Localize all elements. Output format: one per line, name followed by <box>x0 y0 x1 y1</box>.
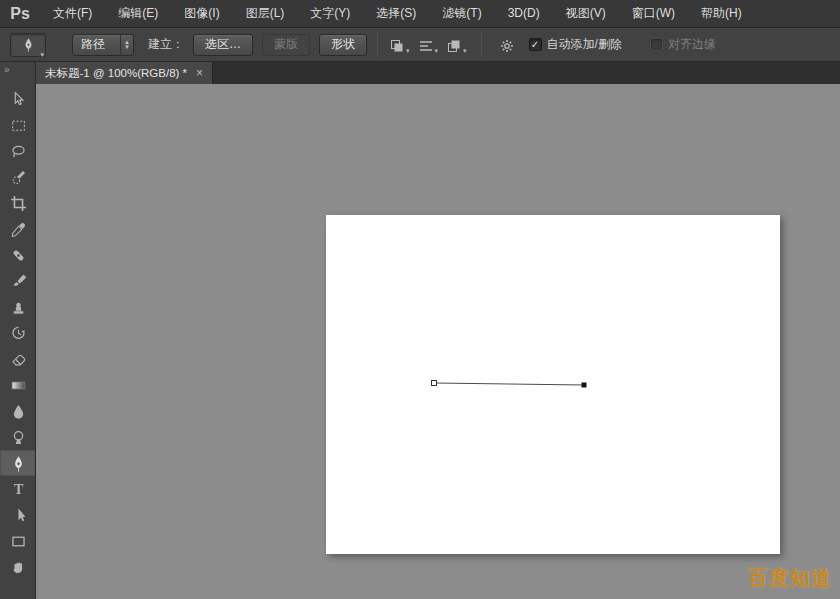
brush-icon <box>10 273 27 290</box>
path-anchor-hollow[interactable] <box>432 381 437 386</box>
auto-add-delete-checkbox[interactable]: ✓ <box>529 38 542 51</box>
make-selection-button[interactable]: 选区… <box>193 34 253 56</box>
make-label: 建立： <box>148 36 184 53</box>
eyedropper-icon <box>10 221 27 238</box>
quick-selection-icon <box>10 169 27 186</box>
canvas[interactable] <box>326 215 780 554</box>
tools-panel-collapse[interactable]: » <box>0 62 35 78</box>
separator <box>481 33 482 57</box>
pen-path-overlay <box>326 215 780 554</box>
menu-3d[interactable]: 3D(D) <box>495 0 553 27</box>
blur-tool[interactable] <box>0 398 36 424</box>
menu-file[interactable]: 文件(F) <box>40 0 105 27</box>
clone-stamp-icon <box>10 299 27 316</box>
spot-healing-brush-tool[interactable] <box>0 242 36 268</box>
tool-mode-value: 路径 <box>73 36 120 53</box>
menu-layer[interactable]: 图层(L) <box>233 0 298 27</box>
pen-tool-icon <box>21 37 36 52</box>
pen-options-gear-button[interactable] <box>495 34 519 56</box>
pasteboard: 百度知道 <box>36 84 840 599</box>
align-edges-checkbox[interactable] <box>650 38 663 51</box>
menu-bar: Ps 文件(F) 编辑(E) 图像(I) 图层(L) 文字(Y) 选择(S) 滤… <box>0 0 840 28</box>
eraser-tool[interactable] <box>0 346 36 372</box>
auto-add-delete-group: ✓ 自动添加/删除 <box>529 36 622 53</box>
make-shape-button[interactable]: 形状 <box>319 34 367 56</box>
lasso-tool[interactable] <box>0 138 36 164</box>
hand-tool[interactable] <box>0 554 36 580</box>
document-tab-title: 未标题-1 @ 100%(RGB/8) * <box>45 66 187 81</box>
menu-view[interactable]: 视图(V) <box>553 0 619 27</box>
menu-help[interactable]: 帮助(H) <box>688 0 755 27</box>
dodge-icon <box>10 429 27 446</box>
caret-down-icon: ▾ <box>406 46 410 56</box>
move-tool[interactable] <box>0 86 36 112</box>
dropdown-spinner-icon: ▲▼ <box>120 35 133 55</box>
gear-icon <box>499 38 515 54</box>
history-brush-tool[interactable] <box>0 320 36 346</box>
pen-tool[interactable] <box>0 450 36 476</box>
check-icon: ✓ <box>531 40 539 50</box>
path-operations-icon <box>389 38 405 54</box>
align-edges-label: 对齐边缘 <box>668 36 716 53</box>
tool-mode-dropdown[interactable]: 路径 ▲▼ <box>72 34 134 56</box>
gradient-icon <box>10 377 27 394</box>
tool-options-bar: ▾ 路径 ▲▼ 建立： 选区… 蒙版 形状 ▾ ▾ ▾ ✓ <box>0 28 840 62</box>
spot-healing-brush-icon <box>10 247 27 264</box>
type-tool[interactable] <box>0 476 36 502</box>
caret-down-icon: ▾ <box>40 51 44 58</box>
menu-bar-items: 文件(F) 编辑(E) 图像(I) 图层(L) 文字(Y) 选择(S) 滤镜(T… <box>40 0 755 27</box>
quick-selection-tool[interactable] <box>0 164 36 190</box>
menu-image[interactable]: 图像(I) <box>171 0 232 27</box>
close-icon[interactable]: × <box>196 66 203 80</box>
path-alignment-button[interactable]: ▾ <box>414 34 443 56</box>
tool-column <box>0 86 35 580</box>
photoshop-logo: Ps <box>0 5 40 23</box>
document-tab[interactable]: 未标题-1 @ 100%(RGB/8) * × <box>36 62 213 84</box>
crop-icon <box>10 195 27 212</box>
lasso-icon <box>10 143 27 160</box>
menu-type[interactable]: 文字(Y) <box>297 0 363 27</box>
brush-tool[interactable] <box>0 268 36 294</box>
menu-edit[interactable]: 编辑(E) <box>105 0 171 27</box>
path-arrangement-icon <box>446 38 462 54</box>
history-brush-icon <box>10 325 27 342</box>
rectangle-icon <box>10 533 27 550</box>
path-alignment-icon <box>418 38 434 54</box>
separator <box>377 33 378 57</box>
path-operations-button[interactable]: ▾ <box>385 34 414 56</box>
pen-path-segment[interactable] <box>434 383 584 385</box>
align-edges-group: 对齐边缘 <box>650 36 716 53</box>
crop-tool[interactable] <box>0 190 36 216</box>
photoshop-window: Ps 文件(F) 编辑(E) 图像(I) 图层(L) 文字(Y) 选择(S) 滤… <box>0 0 840 599</box>
eyedropper-tool[interactable] <box>0 216 36 242</box>
pen-icon <box>10 455 27 472</box>
tools-panel: » <box>0 62 36 599</box>
watermark: 百度知道 <box>748 565 832 592</box>
rectangular-marquee-tool[interactable] <box>0 112 36 138</box>
document-tab-bar: 未标题-1 @ 100%(RGB/8) * × <box>36 62 840 84</box>
type-icon <box>10 481 27 498</box>
rectangular-marquee-icon <box>10 117 27 134</box>
move-icon <box>10 91 27 108</box>
menu-window[interactable]: 窗口(W) <box>619 0 688 27</box>
menu-select[interactable]: 选择(S) <box>363 0 429 27</box>
hand-icon <box>10 559 27 576</box>
dodge-tool[interactable] <box>0 424 36 450</box>
caret-down-icon: ▾ <box>463 46 467 56</box>
path-anchor-filled[interactable] <box>582 383 587 388</box>
path-arrangement-button[interactable]: ▾ <box>442 34 471 56</box>
auto-add-delete-label: 自动添加/删除 <box>547 36 622 53</box>
rectangle-tool[interactable] <box>0 528 36 554</box>
path-selection-tool[interactable] <box>0 502 36 528</box>
gradient-tool[interactable] <box>0 372 36 398</box>
path-selection-icon <box>10 507 27 524</box>
eraser-icon <box>10 351 27 368</box>
make-mask-button[interactable]: 蒙版 <box>262 34 310 56</box>
menu-filter[interactable]: 滤镜(T) <box>429 0 494 27</box>
caret-down-icon: ▾ <box>435 46 439 56</box>
clone-stamp-tool[interactable] <box>0 294 36 320</box>
blur-icon <box>10 403 27 420</box>
tool-preset-picker[interactable]: ▾ <box>10 33 46 57</box>
